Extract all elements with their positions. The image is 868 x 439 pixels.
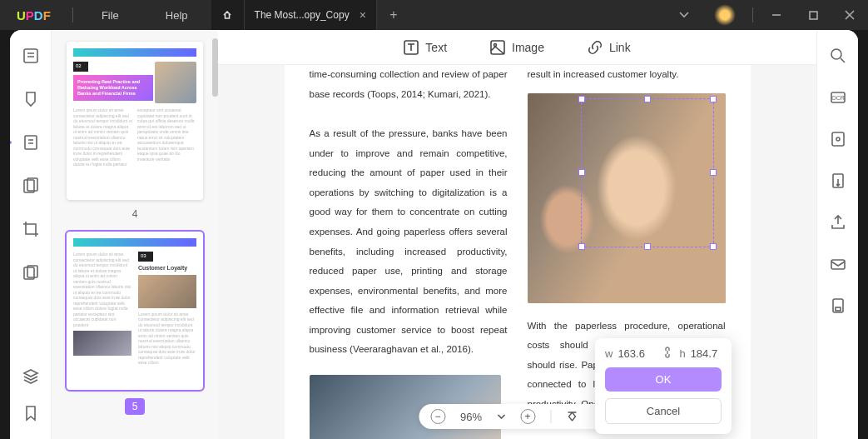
protect-icon[interactable] xyxy=(829,130,847,148)
crop-tool-icon[interactable] xyxy=(22,220,40,238)
height-label: h xyxy=(679,347,685,360)
bookmark-icon[interactable] xyxy=(22,404,40,422)
ok-button[interactable]: OK xyxy=(605,367,722,392)
text-tool-label: Text xyxy=(425,41,447,54)
body-text: result in increased customer loyalty. xyxy=(528,65,726,85)
layers-icon[interactable] xyxy=(22,367,40,386)
dropdown-icon[interactable] xyxy=(666,0,702,30)
svg-rect-16 xyxy=(831,260,845,269)
svg-rect-18 xyxy=(836,307,841,311)
print-icon[interactable] xyxy=(829,297,847,315)
menu-file[interactable]: File xyxy=(78,0,142,30)
text-tool[interactable]: Text xyxy=(404,40,447,55)
search-icon[interactable] xyxy=(829,47,847,65)
zoom-toolbar: − 96% + xyxy=(419,404,616,429)
tab-title: The Most...opy_Copy xyxy=(255,9,350,21)
link-tool-label: Link xyxy=(609,41,631,54)
crop-handle-bl[interactable] xyxy=(578,243,585,250)
crop-handle-tm[interactable] xyxy=(644,96,651,102)
crop-handle-tl[interactable] xyxy=(578,96,585,102)
body-text: As a result of the pressure, banks have … xyxy=(310,124,508,360)
height-input[interactable] xyxy=(691,347,729,360)
svg-rect-0 xyxy=(810,12,817,19)
page-thumbnail-4[interactable]: 02 Promoting Best Practice and Reducing … xyxy=(67,42,203,200)
reader-tool-icon[interactable] xyxy=(22,47,40,65)
page-number-4: 4 xyxy=(67,208,203,220)
zoom-value: 96% xyxy=(460,411,482,423)
maximize-button[interactable] xyxy=(795,0,831,30)
link-tool[interactable]: Link xyxy=(588,40,631,55)
divider xyxy=(72,7,73,22)
share-icon[interactable] xyxy=(829,213,847,232)
ai-sparkle-icon[interactable] xyxy=(714,4,736,26)
thumb-promo-text: Promoting Best Practice and Reducing Wor… xyxy=(73,75,153,101)
crop-size-popup: w h OK Cancel xyxy=(595,338,732,434)
page-number-5: 5 xyxy=(125,398,145,415)
crop-handle-rm[interactable] xyxy=(710,169,717,176)
page-thumbnail-5[interactable]: Lorem ipsum dolor sit amet consectetur a… xyxy=(67,232,203,390)
svg-point-10 xyxy=(831,49,841,59)
crop-handle-lm[interactable] xyxy=(578,169,585,176)
first-page-icon[interactable] xyxy=(566,411,578,422)
zoom-in-button[interactable]: + xyxy=(520,409,535,424)
tab-home[interactable] xyxy=(211,0,245,30)
divider xyxy=(550,410,551,423)
thumb-badge: 02 xyxy=(73,62,88,72)
thumb-heading: Customer Loyalty xyxy=(138,264,196,272)
compress-tool-icon[interactable] xyxy=(22,263,40,282)
email-icon[interactable] xyxy=(829,255,847,273)
close-window-button[interactable] xyxy=(831,0,868,30)
add-tab-button[interactable]: + xyxy=(377,0,410,30)
zoom-out-button[interactable]: − xyxy=(430,409,445,424)
edit-tool-icon[interactable] xyxy=(22,133,40,152)
svg-text:OCR: OCR xyxy=(831,95,845,101)
svg-point-14 xyxy=(836,137,840,141)
svg-rect-2 xyxy=(25,136,37,149)
link-wh-icon[interactable] xyxy=(662,347,672,361)
width-label: w xyxy=(605,347,613,360)
thumb-badge: 03 xyxy=(138,252,153,262)
image-tool[interactable]: Image xyxy=(490,40,544,55)
zoom-dropdown-icon[interactable] xyxy=(497,414,505,419)
crop-handle-tr[interactable] xyxy=(710,96,717,102)
image-tool-label: Image xyxy=(512,41,544,54)
convert-icon[interactable] xyxy=(829,172,847,190)
svg-rect-13 xyxy=(832,132,844,146)
thumbnail-scrollbar[interactable] xyxy=(212,38,218,97)
highlight-tool-icon[interactable] xyxy=(22,90,40,108)
app-logo: UPDF xyxy=(0,8,67,22)
crop-handle-bm[interactable] xyxy=(644,243,651,250)
minimize-button[interactable] xyxy=(758,0,795,30)
crop-handle-br[interactable] xyxy=(710,243,717,250)
svg-rect-1 xyxy=(24,49,37,62)
organize-tool-icon[interactable] xyxy=(22,177,40,195)
body-text: time-consuming collection and review of … xyxy=(310,65,508,104)
ocr-icon[interactable]: OCR xyxy=(829,88,847,107)
document-tab[interactable]: The Most...opy_Copy × xyxy=(245,0,377,30)
menu-help[interactable]: Help xyxy=(142,0,211,30)
cancel-button[interactable]: Cancel xyxy=(605,398,722,424)
close-tab-icon[interactable]: × xyxy=(360,8,366,22)
crop-selection[interactable] xyxy=(581,98,714,247)
page-image-1[interactable] xyxy=(528,93,726,303)
divider xyxy=(752,7,753,22)
width-input[interactable] xyxy=(618,347,656,360)
